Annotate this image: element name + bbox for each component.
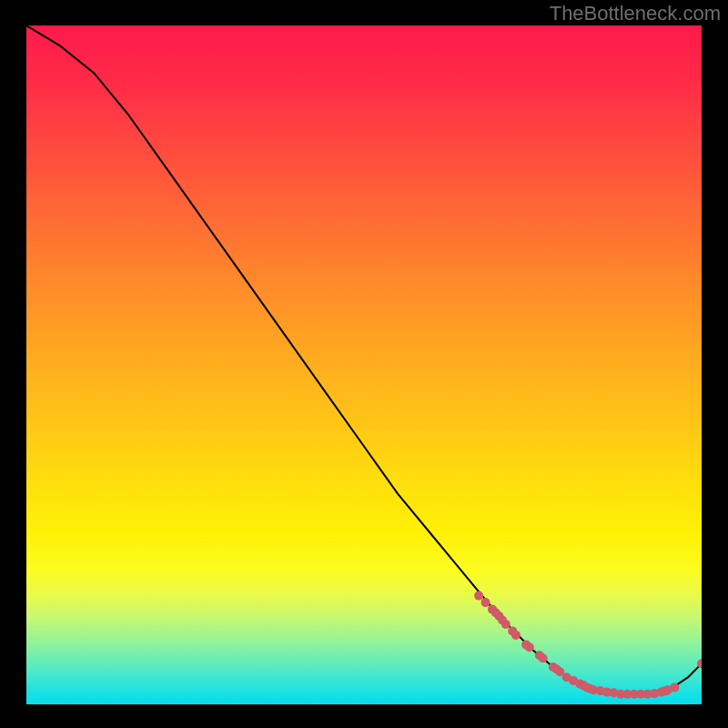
- highlight-point: [525, 642, 534, 652]
- highlight-points: [474, 592, 702, 699]
- highlight-point: [662, 686, 671, 695]
- highlight-point: [636, 690, 645, 699]
- highlight-point: [622, 690, 632, 699]
- highlight-point: [569, 676, 578, 685]
- highlight-point: [562, 672, 571, 682]
- highlight-point: [663, 685, 672, 694]
- highlight-point: [494, 612, 503, 621]
- highlight-point: [508, 626, 517, 635]
- highlight-point: [498, 616, 507, 625]
- highlight-point: [630, 690, 639, 699]
- highlight-point: [488, 605, 497, 614]
- highlight-point: [555, 667, 564, 676]
- highlight-point: [586, 684, 595, 693]
- highlight-point: [474, 592, 483, 601]
- highlight-point: [670, 682, 679, 692]
- highlight-point: [643, 690, 652, 699]
- highlight-point: [650, 689, 659, 698]
- highlight-point: [657, 688, 666, 697]
- highlight-point: [582, 682, 592, 692]
- highlight-point: [535, 651, 544, 660]
- highlight-point: [596, 686, 605, 695]
- highlight-point: [491, 608, 500, 617]
- highlight-point: [659, 687, 668, 696]
- highlight-point: [589, 685, 598, 694]
- highlight-point: [579, 681, 588, 690]
- highlight-point: [521, 640, 531, 649]
- watermark-text: TheBottleneck.com: [550, 2, 721, 25]
- highlight-point: [552, 664, 561, 673]
- highlight-point: [616, 690, 625, 699]
- highlight-point: [539, 653, 548, 662]
- highlight-point: [697, 659, 702, 668]
- chart-svg: [26, 25, 702, 704]
- highlight-point: [549, 662, 558, 672]
- chart-plot-area: [26, 25, 702, 704]
- highlight-point: [610, 688, 619, 697]
- highlight-point: [511, 631, 521, 640]
- highlight-point: [575, 680, 584, 689]
- highlight-point: [481, 598, 490, 607]
- highlight-point: [602, 688, 612, 697]
- bottleneck-curve: [26, 25, 702, 694]
- highlight-point: [501, 620, 511, 629]
